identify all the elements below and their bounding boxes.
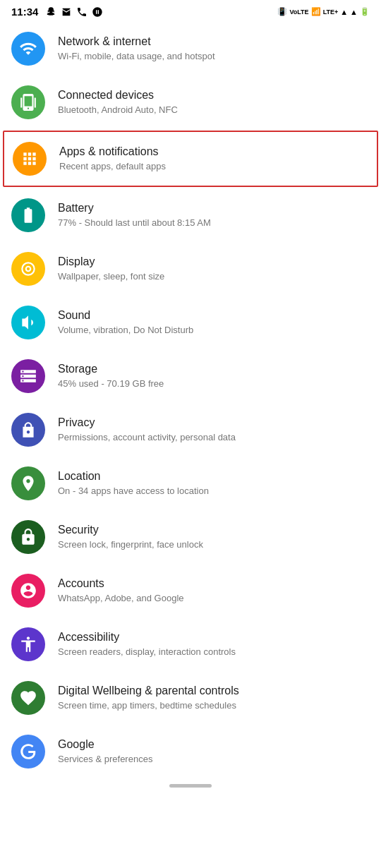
settings-item-accessibility[interactable]: Accessibility Screen readers, display, i… [0,617,381,671]
security-subtitle: Screen lock, fingerprint, face unlock [58,539,370,551]
settings-item-location[interactable]: Location On - 34 apps have access to loc… [0,457,381,510]
battery-icon: 🔋 [360,7,370,16]
accounts-icon-circle [11,574,45,608]
storage-icon [19,367,37,385]
storage-title: Storage [58,362,370,377]
accounts-icon [19,581,37,600]
privacy-icon-circle [11,413,45,447]
privacy-subtitle: Permissions, account activity, personal … [58,432,370,444]
accessibility-title: Accessibility [58,630,370,645]
signal1-icon: ▲ [340,8,348,16]
settings-item-connected-devices[interactable]: Connected devices Bluetooth, Android Aut… [0,76,381,129]
apps-notifications-subtitle: Recent apps, default apps [59,161,368,173]
location-icon [19,474,37,493]
phone-icon [76,6,87,18]
wellbeing-icon [19,689,37,707]
settings-item-apps-notifications[interactable]: Apps & notifications Recent apps, defaul… [3,131,378,187]
display-icon [19,260,37,278]
wifi-icon: 📶 [311,7,321,16]
signal2-icon: ▲ [350,8,358,16]
wellbeing-item-text: Digital Wellbeing & parental controls Sc… [58,684,370,712]
storage-item-text: Storage 45% used - 70.19 GB free [58,362,370,390]
devices-icon [19,93,37,111]
security-item-text: Security Screen lock, fingerprint, face … [58,523,370,551]
battery-settings-icon-circle [11,198,45,232]
network-subtitle: Wi-Fi, mobile, data usage, and hotspot [58,51,370,63]
sound-icon [19,313,37,332]
wellbeing-title: Digital Wellbeing & parental controls [58,684,370,699]
network-title: Network & internet [58,35,370,49]
location-icon-circle [11,466,45,500]
accounts-subtitle: WhatsApp, Adobe, and Google [58,593,370,605]
settings-item-network[interactable]: Network & internet Wi-Fi, mobile, data u… [0,22,381,76]
status-time: 11:34 [11,6,38,18]
accounts-item-text: Accounts WhatsApp, Adobe, and Google [58,577,370,605]
battery-settings-icon [19,206,37,224]
settings-item-accounts[interactable]: Accounts WhatsApp, Adobe, and Google [0,564,381,617]
accessibility-icon-circle [11,627,45,661]
status-left: 11:34 [11,6,103,18]
sound-item-text: Sound Volume, vibration, Do Not Disturb [58,308,370,337]
battery-subtitle: 77% - Should last until about 8:15 AM [58,217,370,229]
wellbeing-subtitle: Screen time, app timers, bedtime schedul… [58,700,370,712]
privacy-title: Privacy [58,416,370,430]
storage-subtitle: 45% used - 70.19 GB free [58,378,370,390]
vibrate-icon: 📳 [277,7,287,16]
snapchat-icon [45,6,56,18]
accessibility-icon [19,635,37,653]
shazam-icon [92,6,103,18]
settings-item-privacy[interactable]: Privacy Permissions, account activity, p… [0,403,381,457]
sound-subtitle: Volume, vibration, Do Not Disturb [58,325,370,337]
storage-icon-circle [11,359,45,393]
connected-devices-item-text: Connected devices Bluetooth, Android Aut… [58,88,370,116]
settings-item-display[interactable]: Display Wallpaper, sleep, font size [0,242,381,296]
accounts-title: Accounts [58,577,370,591]
sound-icon-circle [11,306,45,339]
gmail-icon [61,6,72,18]
privacy-item-text: Privacy Permissions, account activity, p… [58,416,370,444]
connected-devices-subtitle: Bluetooth, Android Auto, NFC [58,104,370,116]
battery-item-text: Battery 77% - Should last until about 8:… [58,201,370,229]
location-item-text: Location On - 34 apps have access to loc… [58,469,370,498]
google-item-text: Google Services & preferences [58,737,370,766]
google-icon-circle [11,735,45,768]
privacy-icon [19,421,37,439]
connected-devices-title: Connected devices [58,88,370,103]
security-icon [19,528,37,546]
display-item-text: Display Wallpaper, sleep, font size [58,255,370,283]
apps-notifications-title: Apps & notifications [59,145,368,159]
lte-icon: LTE+ [323,8,339,16]
location-title: Location [58,469,370,484]
volte-icon: VoLTE [289,8,308,16]
scroll-indicator [0,778,381,790]
settings-item-security[interactable]: Security Screen lock, fingerprint, face … [0,510,381,564]
apps-grid-icon [20,150,39,168]
display-subtitle: Wallpaper, sleep, font size [58,271,370,283]
network-icon-circle [11,32,45,66]
display-title: Display [58,255,370,270]
connected-devices-icon-circle [11,85,45,119]
apps-icon-circle [13,142,47,176]
network-item-text: Network & internet Wi-Fi, mobile, data u… [58,35,370,63]
security-title: Security [58,523,370,538]
google-subtitle: Services & preferences [58,754,370,766]
wifi-settings-icon [19,40,37,58]
scroll-bar [169,784,212,788]
apps-notifications-item-text: Apps & notifications Recent apps, defaul… [59,145,368,173]
security-icon-circle [11,520,45,554]
status-right: 📳 VoLTE 📶 LTE+ ▲ ▲ 🔋 [277,7,370,16]
google-title: Google [58,737,370,752]
settings-list: Network & internet Wi-Fi, mobile, data u… [0,22,381,778]
settings-item-sound[interactable]: Sound Volume, vibration, Do Not Disturb [0,296,381,349]
settings-item-battery[interactable]: Battery 77% - Should last until about 8:… [0,188,381,242]
settings-item-storage[interactable]: Storage 45% used - 70.19 GB free [0,349,381,403]
settings-item-digital-wellbeing[interactable]: Digital Wellbeing & parental controls Sc… [0,671,381,725]
accessibility-subtitle: Screen readers, display, interaction con… [58,646,370,658]
wellbeing-icon-circle [11,681,45,715]
sound-title: Sound [58,308,370,323]
settings-item-google[interactable]: Google Services & preferences [0,725,381,778]
location-subtitle: On - 34 apps have access to location [58,486,370,498]
battery-title: Battery [58,201,370,216]
accessibility-item-text: Accessibility Screen readers, display, i… [58,630,370,658]
google-icon [19,742,37,761]
